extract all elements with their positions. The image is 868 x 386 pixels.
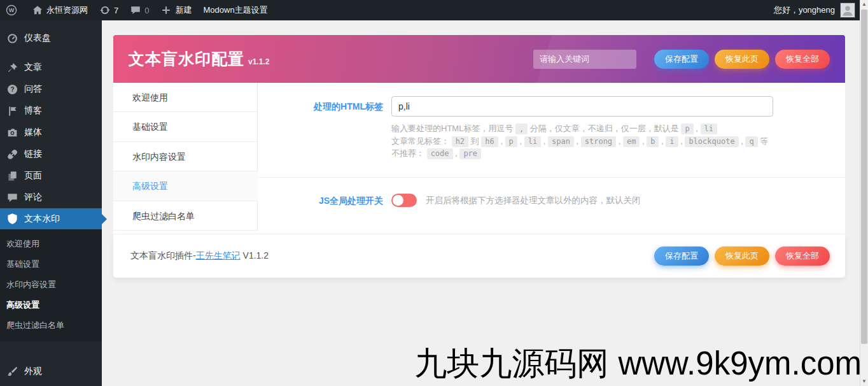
code-chip: q <box>745 136 757 147</box>
sidebar-item-label: 媒体 <box>24 127 42 138</box>
footer-restore-page-button[interactable]: 恢复此页 <box>715 247 769 266</box>
js-switch-field: 开启后将根据下方选择器处理文章以外的内容，默认关闭 <box>391 190 845 211</box>
home-icon <box>32 4 43 16</box>
sidebar-item-label: 文本水印 <box>24 213 60 225</box>
help-text: , <box>453 148 460 158</box>
help-text: 分隔，仅文章，不递归，仅一层，默认是 <box>528 124 681 133</box>
updates-link[interactable]: 7 <box>94 0 124 20</box>
admin-bar-right: 您好，yongheng <box>774 3 868 18</box>
js-switch-label: JS全局处理开关 <box>258 190 391 211</box>
wordpress-logo-icon: W <box>6 4 17 16</box>
code-chip: p <box>505 136 517 147</box>
code-chip: p <box>681 124 693 134</box>
scrollbar-up-arrow[interactable]: ▲ <box>860 0 868 9</box>
html-tags-input[interactable] <box>391 96 773 117</box>
help-text: 输入要处理的HTML标签，用逗号 <box>391 124 515 133</box>
save-config-button[interactable]: 保存配置 <box>654 50 709 69</box>
sidebar-item-blog[interactable]: 博客 <box>0 100 102 122</box>
page-scrollbar[interactable]: ▲ ▼ <box>860 0 868 386</box>
sidebar-item-links[interactable]: 链接 <box>0 143 102 165</box>
js-switch-help: 开启后将根据下方选择器处理文章以外的内容，默认关闭 <box>426 194 641 207</box>
header-actions: 保存配置 恢复此页 恢复全部 <box>533 50 830 69</box>
code-chip: i <box>666 136 678 147</box>
sidebar-item-appearance[interactable]: 外观 <box>0 361 102 382</box>
help-text: 到 <box>468 136 481 146</box>
keyword-search-input[interactable] <box>533 50 636 69</box>
sidebar-item-qa[interactable]: ?问答 <box>0 78 102 100</box>
sidebar-item-posts[interactable]: 文章 <box>0 57 102 78</box>
sidebar-item-plugins[interactable]: 插件3 <box>0 382 102 386</box>
sidebar: 仪表盘文章?问答博客媒体链接页面评论文本水印欢迎使用基础设置水印内容设置高级设置… <box>0 20 102 386</box>
settings-tab[interactable]: 爬虫过滤白名单 <box>113 201 258 231</box>
theme-settings-menu[interactable]: Modown主题设置 <box>197 0 273 20</box>
wordpress-menu[interactable]: W <box>0 0 26 20</box>
footer-actions: 保存配置 恢复此页 恢复全部 <box>654 247 830 266</box>
restore-all-button[interactable]: 恢复全部 <box>775 50 830 69</box>
version-label: v1.1.2 <box>248 57 269 66</box>
sidebar-subitem[interactable]: 基础设置 <box>0 254 102 275</box>
html-tags-label: 处理的HTML标签 <box>258 96 391 160</box>
new-label: 新建 <box>175 4 192 16</box>
sidebar-subitem[interactable]: 爬虫过滤白名单 <box>0 315 102 336</box>
sidebar-item-text-watermark[interactable]: 文本水印 <box>0 208 102 229</box>
code-chip: span <box>548 136 574 147</box>
sidebar-subitem[interactable]: 欢迎使用 <box>0 234 102 254</box>
sidebar-item-label: 问答 <box>24 83 42 95</box>
svg-text:?: ? <box>10 86 14 93</box>
sidebar-item-label: 外观 <box>24 366 42 377</box>
code-chip: blockquote <box>685 136 738 147</box>
link-icon <box>6 148 18 161</box>
help-text: , <box>498 136 505 146</box>
settings-tab[interactable]: 高级设置 <box>113 171 258 201</box>
help-line: 文章常见标签： h2 到 h6 , p , li , span , strong… <box>391 135 781 148</box>
code-chip: em <box>623 136 640 147</box>
new-content-menu[interactable]: 新建 <box>155 0 197 20</box>
help-text: , <box>739 136 746 146</box>
restore-page-button[interactable]: 恢复此页 <box>715 50 769 69</box>
sidebar-subitem[interactable]: 高级设置 <box>0 295 102 315</box>
code-chip: h6 <box>481 136 498 147</box>
scrollbar-thumb[interactable] <box>861 10 867 344</box>
toggle-knob <box>393 195 403 206</box>
panel-body: 欢迎使用基础设置水印内容设置高级设置爬虫过滤白名单 处理的HTML标签 输入要处… <box>113 83 845 234</box>
settings-tab[interactable]: 基础设置 <box>113 112 258 141</box>
help-text: , <box>541 136 548 146</box>
code-chip: li <box>701 124 717 134</box>
brush-icon <box>6 366 18 378</box>
code-chip: , <box>515 124 528 134</box>
footer-restore-all-button[interactable]: 恢复全部 <box>775 247 830 266</box>
settings-form: 处理的HTML标签 输入要处理的HTML标签，用逗号 , 分隔，仅文章，不递归，… <box>258 83 845 234</box>
author-link[interactable]: 王先生笔记 <box>196 250 241 261</box>
avatar[interactable] <box>840 3 855 18</box>
sidebar-item-media[interactable]: 媒体 <box>0 122 102 143</box>
panel-header: 文本盲水印配置 v1.1.2 保存配置 恢复此页 恢复全部 <box>113 35 845 83</box>
shield-icon <box>6 213 18 225</box>
sidebar-item-label: 链接 <box>24 148 42 160</box>
site-name-link[interactable]: 永恒资源网 <box>26 0 94 20</box>
theme-settings-label: Modown主题设置 <box>203 4 267 16</box>
sidebar-item-label: 文章 <box>24 62 42 73</box>
settings-tab-list: 欢迎使用基础设置水印内容设置高级设置爬虫过滤白名单 <box>113 83 258 234</box>
html-tags-field: 输入要处理的HTML标签，用逗号 , 分隔，仅文章，不递归，仅一层，默认是 p … <box>391 96 845 160</box>
sidebar-item-comments[interactable]: 评论 <box>0 187 102 208</box>
sidebar-item-dashboard[interactable]: 仪表盘 <box>0 27 102 49</box>
code-chip: li <box>524 136 541 147</box>
comments-link[interactable]: 0 <box>124 0 155 20</box>
js-global-switch-toggle[interactable] <box>391 194 417 207</box>
plugin-version: V1.1.2 <box>241 250 269 261</box>
plugin-credit-text: 文本盲水印插件- <box>130 250 196 261</box>
help-text: 等 <box>758 136 769 146</box>
settings-tab[interactable]: 水印内容设置 <box>113 142 258 171</box>
sidebar-item-pages[interactable]: 页面 <box>0 165 102 187</box>
scrollbar-down-arrow[interactable]: ▼ <box>860 377 868 386</box>
user-greeting[interactable]: 您好，yongheng <box>774 4 835 16</box>
code-chip: strong <box>581 136 616 147</box>
sidebar-subitem[interactable]: 水印内容设置 <box>0 275 102 295</box>
settings-tab[interactable]: 欢迎使用 <box>113 83 258 112</box>
footer-save-config-button[interactable]: 保存配置 <box>654 247 709 266</box>
js-switch-row: JS全局处理开关 开启后将根据下方选择器处理文章以外的内容，默认关闭 <box>258 177 845 227</box>
code-chip: h2 <box>452 136 468 147</box>
updates-icon <box>99 4 111 16</box>
admin-bar: W 永恒资源网 7 0 新建 Modown <box>0 0 868 20</box>
comments-count: 0 <box>144 6 149 15</box>
